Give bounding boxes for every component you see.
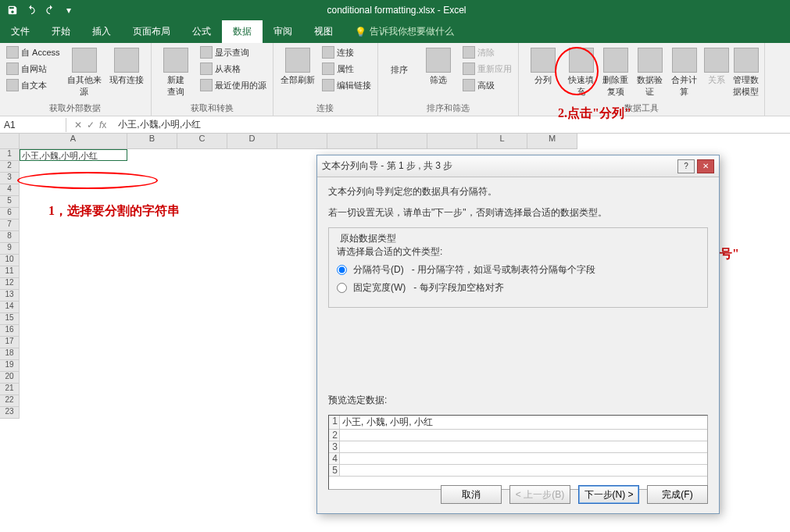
row-header[interactable]: 11 <box>0 266 20 278</box>
existing-conn-button[interactable]: 现有连接 <box>107 45 146 86</box>
refresh-all-button[interactable]: 全部刷新 <box>278 45 317 86</box>
row-header[interactable]: 1 <box>0 149 20 161</box>
filter-button[interactable]: 筛选 <box>419 45 458 86</box>
cell-a1[interactable]: 小王,小魏,小明,小红 <box>20 149 127 161</box>
cancel-icon[interactable]: ✕ <box>74 120 82 130</box>
tell-me[interactable]: 💡 告诉我你想要做什么 <box>344 20 465 43</box>
row-header[interactable]: 2 <box>0 161 20 173</box>
tab-formulas[interactable]: 公式 <box>181 20 222 43</box>
group-label: 获取和转换 <box>191 101 234 114</box>
recent-sources-button[interactable]: 最近使用的源 <box>198 78 268 92</box>
manage-model-button[interactable]: 管理数据模型 <box>733 45 760 98</box>
sort-az-icon[interactable] <box>383 45 399 61</box>
select-all-corner[interactable] <box>0 134 20 149</box>
sort-za-icon[interactable] <box>400 45 416 61</box>
finish-button[interactable]: 完成(F) <box>647 485 708 504</box>
row-header[interactable]: 15 <box>0 313 20 325</box>
row-header[interactable]: 18 <box>0 348 20 360</box>
relations-button[interactable]: 关系 <box>703 45 730 86</box>
fx-icon[interactable]: fx <box>99 120 106 130</box>
close-button[interactable]: ✕ <box>697 159 714 173</box>
fixed-width-radio[interactable] <box>337 283 347 293</box>
flash-fill-button[interactable]: 快速填充 <box>566 45 597 98</box>
next-button[interactable]: 下一步(N) > <box>578 485 639 504</box>
row-header[interactable]: 13 <box>0 290 20 302</box>
tab-insert[interactable]: 插入 <box>81 20 122 43</box>
text-to-columns-button[interactable]: 分列 <box>524 45 563 86</box>
undo-icon[interactable] <box>25 4 38 16</box>
column-header[interactable] <box>277 134 327 149</box>
tab-data[interactable]: 数据 <box>222 20 263 43</box>
delimited-radio[interactable] <box>337 265 347 275</box>
fieldset-title: 原始数据类型 <box>337 232 399 245</box>
row-header[interactable]: 20 <box>0 372 20 384</box>
from-table-button[interactable]: 从表格 <box>198 62 268 76</box>
connections-button[interactable]: 连接 <box>320 45 373 59</box>
redo-icon[interactable] <box>44 4 56 16</box>
prop-icon <box>322 62 334 75</box>
help-button[interactable]: ? <box>677 159 695 173</box>
row-header[interactable]: 21 <box>0 384 20 395</box>
row-header[interactable]: 9 <box>0 243 20 255</box>
name-box[interactable]: A1 <box>0 118 66 132</box>
row-header[interactable]: 8 <box>0 231 20 243</box>
row-header[interactable]: 19 <box>0 360 20 372</box>
column-header[interactable]: A <box>20 134 127 149</box>
row-header[interactable]: 5 <box>0 196 20 208</box>
row-header[interactable]: 22 <box>0 395 20 407</box>
delimited-label[interactable]: 分隔符号(D) <box>353 263 404 277</box>
column-header[interactable]: C <box>177 134 227 149</box>
row-header[interactable]: 7 <box>0 220 20 231</box>
column-header[interactable]: M <box>527 134 577 149</box>
cancel-button[interactable]: 取消 <box>441 485 502 504</box>
group-label: 排序和筛选 <box>427 101 470 114</box>
column-header[interactable] <box>327 134 377 149</box>
properties-button[interactable]: 属性 <box>320 62 373 76</box>
formula-input[interactable]: 小王,小魏,小明,小红 <box>114 116 790 133</box>
row-header[interactable]: 12 <box>0 278 20 290</box>
tab-home[interactable]: 开始 <box>41 20 81 43</box>
web-icon <box>6 62 19 75</box>
show-queries-button[interactable]: 显示查询 <box>198 45 268 59</box>
row-header[interactable]: 17 <box>0 337 20 348</box>
fixed-width-label[interactable]: 固定宽度(W) <box>353 281 406 295</box>
advanced-button[interactable]: 高级 <box>461 78 513 92</box>
from-text-button[interactable]: 自文本 <box>5 78 62 92</box>
row-header[interactable]: 16 <box>0 325 20 337</box>
qat-dropdown-icon[interactable]: ▾ <box>63 4 75 16</box>
row-header[interactable]: 10 <box>0 255 20 266</box>
remove-dup-button[interactable]: 删除重复项 <box>600 45 631 98</box>
column-header[interactable]: L <box>477 134 527 149</box>
row-header[interactable]: 6 <box>0 208 20 220</box>
tab-view[interactable]: 视图 <box>303 20 344 43</box>
row-header[interactable]: 3 <box>0 173 20 184</box>
column-header[interactable] <box>377 134 427 149</box>
row-header[interactable]: 4 <box>0 184 20 196</box>
row-header[interactable]: 14 <box>0 302 20 313</box>
data-validation-button[interactable]: 数据验证 <box>635 45 666 98</box>
fixed-width-desc: - 每列字段加空格对齐 <box>413 281 503 295</box>
back-button[interactable]: < 上一步(B) <box>509 485 570 504</box>
column-header[interactable] <box>427 134 477 149</box>
consolidate-button[interactable]: 合并计算 <box>669 45 700 98</box>
clear-button[interactable]: 清除 <box>461 45 513 59</box>
enter-icon[interactable]: ✓ <box>87 120 95 130</box>
save-icon[interactable] <box>6 4 19 16</box>
tab-review[interactable]: 审阅 <box>263 20 303 43</box>
edit-links-button[interactable]: 编辑链接 <box>320 78 373 92</box>
from-access-button[interactable]: 自 Access <box>5 45 62 59</box>
column-header[interactable]: D <box>227 134 277 149</box>
tab-file[interactable]: 文件 <box>0 20 41 43</box>
sort-button[interactable]: 排序 <box>389 63 409 77</box>
row-header[interactable]: 23 <box>0 407 20 419</box>
tab-layout[interactable]: 页面布局 <box>122 20 181 43</box>
new-query-button[interactable]: 新建 查询 <box>156 45 195 98</box>
preview-box[interactable]: 1小王, 小魏, 小明, 小红 2 3 4 5 <box>328 415 708 490</box>
column-headers: ABCDLM <box>20 134 790 149</box>
dialog-titlebar[interactable]: 文本分列向导 - 第 1 步 , 共 3 步 ? ✕ <box>317 155 719 177</box>
column-header[interactable]: B <box>127 134 177 149</box>
other-sources-button[interactable]: 自其他来源 <box>65 45 104 98</box>
from-web-button[interactable]: 自网站 <box>5 62 62 76</box>
reapply-button[interactable]: 重新应用 <box>461 62 513 76</box>
refresh-icon <box>285 48 310 73</box>
